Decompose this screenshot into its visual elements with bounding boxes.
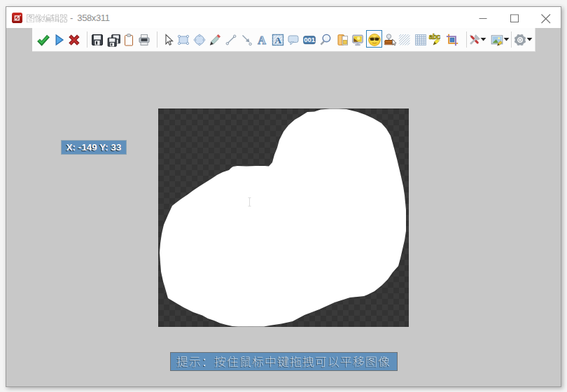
svg-text:A: A: [258, 34, 266, 46]
svg-text:001: 001: [304, 36, 316, 43]
svg-text:A: A: [274, 34, 281, 45]
